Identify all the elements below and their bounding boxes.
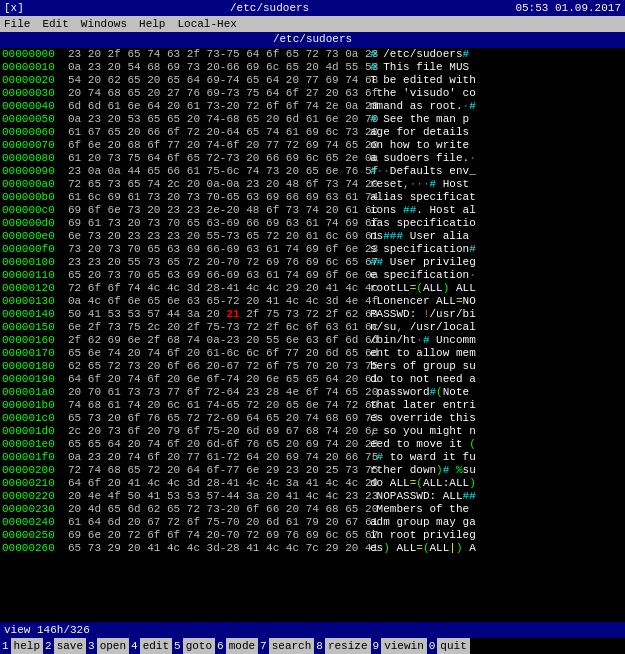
app: [x] /etc/sudoers 05:53 01.09.2017 File E…: [0, 0, 625, 654]
hex-bytes: 2f 62 69 6e 2f 68 74 0a-23 20 55 6e 63 6…: [68, 334, 368, 347]
key-number: 3: [86, 638, 97, 654]
table-row: 0000026065 73 29 20 41 4c 4c 3d-28 41 4c…: [0, 542, 625, 555]
table-row: 000000c069 6f 6e 73 20 23 23 2e-20 48 6f…: [0, 204, 625, 217]
menu-help[interactable]: Help: [139, 18, 165, 30]
key-label: help: [11, 638, 43, 654]
ascii-col: rootLL=(ALL) ALL: [368, 282, 625, 295]
table-row: 0000006061 67 65 20 66 6f 72 20-64 65 74…: [0, 126, 625, 139]
hex-bytes: 65 65 64 20 74 6f 20 6d-6f 76 65 20 69 7…: [68, 438, 368, 451]
address: 00000130: [0, 295, 68, 308]
table-row: 0000019064 6f 20 74 6f 20 6e 6f-74 20 6e…: [0, 373, 625, 386]
table-row: 000000a072 65 73 65 74 2c 20 0a-0a 23 20…: [0, 178, 625, 191]
key-number: 0: [427, 638, 438, 654]
hex-bytes: 73 20 73 70 65 63 69 66-69 63 61 74 69 6…: [68, 243, 368, 256]
table-row: 000001506e 2f 73 75 2c 20 2f 75-73 72 2f…: [0, 321, 625, 334]
title-left: [x]: [4, 2, 24, 14]
bottom-key-goto[interactable]: 5goto: [172, 638, 215, 654]
address: 000000f0: [0, 243, 68, 256]
ascii-col: NOPASSWD: ALL##: [368, 490, 625, 503]
ascii-col: Members of the: [368, 503, 625, 516]
key-number: 1: [0, 638, 11, 654]
hex-content: 0000000023 20 2f 65 74 63 2f 73-75 64 6f…: [0, 48, 625, 622]
title-center: /etc/sudoers: [230, 2, 309, 14]
ascii-col: # This file MUS: [368, 61, 625, 74]
hex-bytes: 72 74 68 65 72 20 64 6f-77 6e 29 23 20 2…: [68, 464, 368, 477]
hex-bytes: 0a 23 20 53 65 65 20 74-68 65 20 6d 61 6…: [68, 113, 368, 126]
ascii-col: ∙# to ward it fu: [368, 451, 625, 464]
hex-bytes: 54 20 62 65 20 65 64 69-74 65 64 20 77 6…: [68, 74, 368, 87]
bottom-key-edit[interactable]: 4edit: [129, 638, 172, 654]
hex-bytes: 69 61 73 20 73 70 65 63-69 66 69 63 61 7…: [68, 217, 368, 230]
key-label: save: [54, 638, 86, 654]
hex-bytes: 6e 73 20 23 23 23 20 55-73 65 72 20 61 6…: [68, 230, 368, 243]
bottom-key-help[interactable]: 1help: [0, 638, 43, 654]
hex-bytes: 69 6e 20 72 6f 6f 74 20-70 72 69 76 69 6…: [68, 529, 368, 542]
key-number: 6: [215, 638, 226, 654]
ascii-col: PASSWD: !/usr/bi: [368, 308, 625, 321]
ascii-col: , so you might n: [368, 425, 625, 438]
hex-bytes: 6e 2f 73 75 2c 20 2f 75-73 72 2f 6c 6f 6…: [68, 321, 368, 334]
ascii-col: reset,∙∙∙# Host: [368, 178, 625, 191]
key-label: open: [97, 638, 129, 654]
address: 00000040: [0, 100, 68, 113]
bottom-key-search[interactable]: 7search: [258, 638, 314, 654]
ascii-col: on how to write: [368, 139, 625, 152]
ascii-col: in root privileg: [368, 529, 625, 542]
hex-bytes: 23 23 20 55 73 65 72 20-70 72 69 76 69 6…: [68, 256, 368, 269]
table-row: 000000100a 23 20 54 68 69 73 20-66 69 6c…: [0, 61, 625, 74]
bottom-key-quit[interactable]: 0quit: [427, 638, 470, 654]
hex-bytes: 6f 6e 20 68 6f 77 20 74-6f 20 77 72 69 7…: [68, 139, 368, 152]
table-row: 0000018062 65 72 73 20 6f 66 20-67 72 6f…: [0, 360, 625, 373]
menu-edit[interactable]: Edit: [42, 18, 68, 30]
bottom-key-save[interactable]: 2save: [43, 638, 86, 654]
hex-bytes: 23 0a 0a 44 65 66 61 75-6c 74 73 20 65 6…: [68, 165, 368, 178]
ascii-col: ias specificatio: [368, 217, 625, 230]
table-row: 000000706f 6e 20 68 6f 77 20 74-6f 20 77…: [0, 139, 625, 152]
address: 00000160: [0, 334, 68, 347]
menu-local-hex[interactable]: Local-Hex: [177, 18, 236, 30]
file-header: /etc/sudoers: [0, 32, 625, 48]
address: 000001e0: [0, 438, 68, 451]
ascii-col: n/su, /usr/local: [368, 321, 625, 334]
table-row: 000000d069 61 73 20 73 70 65 63-69 66 69…: [0, 217, 625, 230]
address: 00000200: [0, 464, 68, 477]
hex-bytes: 64 6f 20 74 6f 20 6e 6f-74 20 6e 65 65 6…: [68, 373, 368, 386]
bottom-key-mode[interactable]: 6mode: [215, 638, 258, 654]
bottom-bar[interactable]: 1help2save3open4edit5goto6mode7search8re…: [0, 638, 625, 654]
bottom-key-open[interactable]: 3open: [86, 638, 129, 654]
menu-bar[interactable]: File Edit Windows Help Local-Hex: [0, 16, 625, 32]
hex-bytes: 72 6f 6f 74 4c 4c 3d 28-41 4c 4c 29 20 4…: [68, 282, 368, 295]
key-label: search: [269, 638, 315, 654]
address: 000000e0: [0, 230, 68, 243]
hex-bytes: 0a 23 20 54 68 69 73 20-66 69 6c 65 20 4…: [68, 61, 368, 74]
key-number: 8: [314, 638, 325, 654]
key-number: 7: [258, 638, 269, 654]
address: 000001d0: [0, 425, 68, 438]
ascii-col: e specification∙: [368, 269, 625, 282]
table-row: 0000021064 6f 20 41 4c 4c 3d 28-41 4c 4c…: [0, 477, 625, 490]
hex-bytes: 61 6c 69 61 73 20 73 70-65 63 69 66 69 6…: [68, 191, 368, 204]
address: 00000140: [0, 308, 68, 321]
ascii-col: ∙Lonencer ALL=NO: [368, 295, 625, 308]
address: 00000190: [0, 373, 68, 386]
ascii-col: es) ALL=(ALL|) A: [368, 542, 625, 555]
address: 00000120: [0, 282, 68, 295]
ascii-col: rther down)# %su: [368, 464, 625, 477]
ascii-col: ## User privileg: [368, 256, 625, 269]
table-row: 000000f073 20 73 70 65 63 69 66-69 63 61…: [0, 243, 625, 256]
menu-windows[interactable]: Windows: [81, 18, 127, 30]
address: 00000220: [0, 490, 68, 503]
title-right: 05:53 01.09.2017: [515, 2, 621, 14]
table-row: 000001c065 73 20 6f 76 65 72 72-69 64 65…: [0, 412, 625, 425]
bottom-key-resize[interactable]: 8resize: [314, 638, 370, 654]
hex-bytes: 65 73 29 20 41 4c 4c 3d-28 41 4c 4c 7c 2…: [68, 542, 368, 555]
address: 00000080: [0, 152, 68, 165]
ascii-col: ions ##. Host al: [368, 204, 625, 217]
key-number: 2: [43, 638, 54, 654]
hex-bytes: 2c 20 73 6f 20 79 6f 75-20 6d 69 67 68 7…: [68, 425, 368, 438]
key-label: viewin: [381, 638, 427, 654]
table-row: 0000022020 4e 4f 50 41 53 53 57-44 3a 20…: [0, 490, 625, 503]
menu-file[interactable]: File: [4, 18, 30, 30]
bottom-key-viewin[interactable]: 9viewin: [371, 638, 427, 654]
address: 000001b0: [0, 399, 68, 412]
